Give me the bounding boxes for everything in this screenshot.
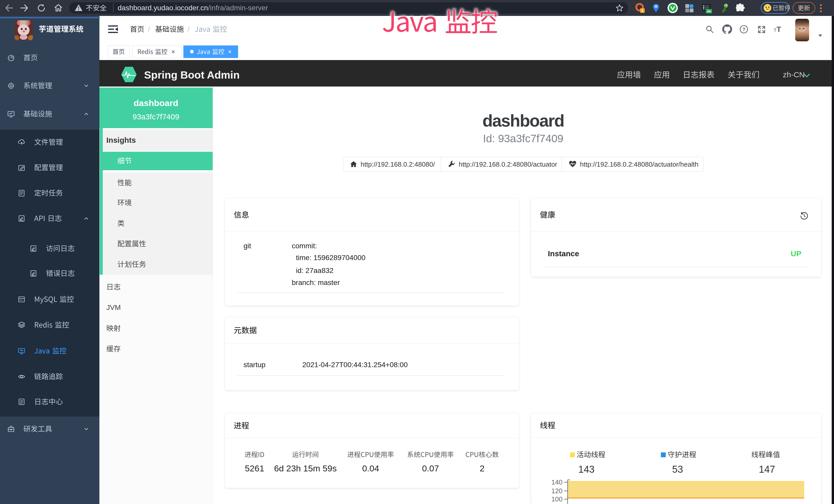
- svg-text:on: on: [707, 9, 711, 13]
- svg-text:?: ?: [742, 27, 745, 32]
- svg-text:1: 1: [641, 8, 643, 13]
